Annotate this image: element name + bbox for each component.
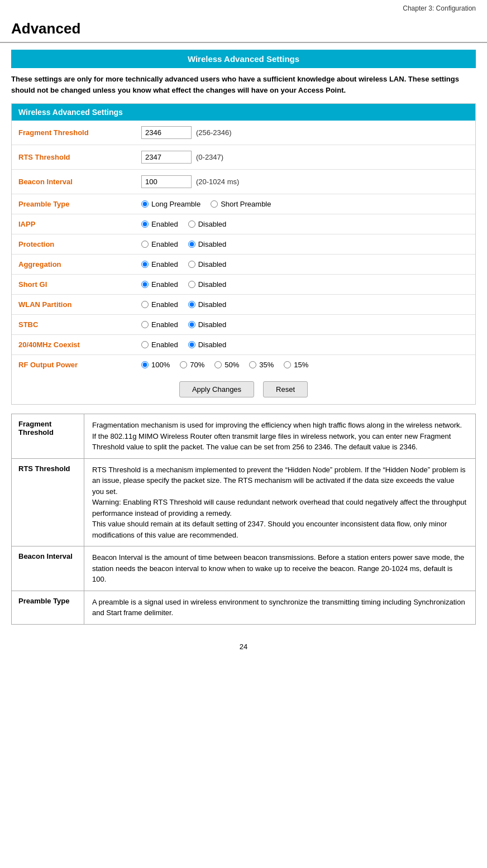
settings-row: IAPPEnabledDisabled (12, 214, 475, 234)
radio-option-5-0[interactable]: Enabled (141, 240, 178, 248)
radio-input-4-1[interactable] (188, 220, 195, 228)
setting-value-0[interactable]: (256-2346) (135, 121, 475, 145)
settings-row: WLAN PartitionEnabledDisabled (12, 295, 475, 315)
radio-label-5-1: Disabled (198, 240, 227, 248)
chapter-header: Chapter 3: Configuration (0, 0, 487, 15)
desc-value-3: A preamble is a signal used in wireless … (84, 591, 476, 624)
radio-input-3-0[interactable] (141, 200, 149, 208)
desc-row-1: RTS ThresholdRTS Threshold is a mechanis… (12, 458, 476, 546)
radio-label-3-1: Short Preamble (221, 200, 271, 208)
panel-header: Wireless Advanced Settings (11, 50, 476, 68)
desc-label-2: Beacon Interval (12, 546, 84, 591)
desc-row-2: Beacon IntervalBeacon Interval is the am… (12, 546, 476, 591)
radio-option-6-1[interactable]: Disabled (188, 260, 227, 268)
radio-option-11-3[interactable]: 35% (249, 361, 274, 369)
radio-option-3-1[interactable]: Short Preamble (211, 200, 271, 208)
settings-row: Beacon Interval(20-1024 ms) (12, 170, 475, 194)
radio-input-6-1[interactable] (188, 261, 195, 268)
radio-option-6-0[interactable]: Enabled (141, 260, 178, 268)
setting-value-1[interactable]: (0-2347) (135, 145, 475, 170)
radio-input-5-1[interactable] (188, 241, 195, 248)
setting-label-7: Short GI (12, 275, 135, 295)
radio-option-3-0[interactable]: Long Preamble (141, 200, 200, 208)
radio-group-10: EnabledDisabled (141, 341, 469, 349)
radio-input-11-3[interactable] (249, 361, 256, 368)
reset-button[interactable]: Reset (263, 381, 308, 397)
radio-option-4-0[interactable]: Enabled (141, 220, 178, 228)
radio-input-11-4[interactable] (284, 361, 291, 368)
radio-input-11-1[interactable] (180, 361, 187, 368)
radio-label-4-0: Enabled (151, 220, 178, 228)
radio-option-11-1[interactable]: 70% (180, 361, 204, 369)
radio-option-7-1[interactable]: Disabled (188, 280, 227, 289)
radio-option-4-1[interactable]: Disabled (188, 220, 227, 228)
apply-button[interactable]: Apply Changes (179, 381, 254, 397)
radio-option-11-4[interactable]: 15% (284, 361, 308, 369)
setting-input-2[interactable] (141, 175, 192, 188)
desc-label-3: Preamble Type (12, 591, 84, 624)
radio-input-8-0[interactable] (141, 301, 149, 308)
setting-value-4: EnabledDisabled (135, 214, 475, 234)
radio-label-11-0: 100% (151, 361, 170, 369)
radio-label-4-1: Disabled (198, 220, 227, 228)
desc-value-2: Beacon Interval is the amount of time be… (84, 546, 476, 591)
radio-label-10-1: Disabled (198, 341, 227, 349)
radio-group-7: EnabledDisabled (141, 280, 469, 289)
setting-label-8: WLAN Partition (12, 295, 135, 315)
radio-input-9-1[interactable] (188, 321, 195, 328)
desc-row-3: Preamble TypeA preamble is a signal used… (12, 591, 476, 624)
radio-group-11: 100%70%50%35%15% (141, 361, 469, 369)
setting-value-2[interactable]: (20-1024 ms) (135, 170, 475, 194)
radio-option-9-0[interactable]: Enabled (141, 320, 178, 329)
radio-input-9-0[interactable] (141, 321, 149, 328)
radio-option-10-1[interactable]: Disabled (188, 341, 227, 349)
desc-label-1: RTS Threshold (12, 458, 84, 546)
main-content: Wireless Advanced Settings These setting… (0, 50, 487, 625)
radio-input-7-0[interactable] (141, 281, 149, 288)
radio-group-8: EnabledDisabled (141, 300, 469, 309)
radio-label-7-1: Disabled (198, 280, 227, 289)
radio-option-8-1[interactable]: Disabled (188, 300, 227, 309)
button-row: Apply Changes Reset (12, 375, 475, 404)
radio-input-3-1[interactable] (211, 200, 218, 208)
settings-row: RF Output Power100%70%50%35%15% (12, 355, 475, 375)
radio-input-10-1[interactable] (188, 341, 195, 348)
radio-option-11-2[interactable]: 50% (214, 361, 239, 369)
radio-label-7-0: Enabled (151, 280, 178, 289)
radio-label-10-0: Enabled (151, 341, 178, 349)
radio-input-7-1[interactable] (188, 281, 195, 288)
radio-group-9: EnabledDisabled (141, 320, 469, 329)
radio-group-6: EnabledDisabled (141, 260, 469, 268)
desc-label-0: FragmentThreshold (12, 414, 84, 459)
radio-group-3: Long PreambleShort Preamble (141, 200, 469, 208)
setting-label-9: STBC (12, 315, 135, 335)
radio-input-11-2[interactable] (214, 361, 222, 368)
setting-value-5: EnabledDisabled (135, 234, 475, 255)
radio-label-9-1: Disabled (198, 320, 227, 329)
radio-label-8-1: Disabled (198, 300, 227, 309)
setting-value-10: EnabledDisabled (135, 335, 475, 355)
radio-option-8-0[interactable]: Enabled (141, 300, 178, 309)
settings-row: Fragment Threshold(256-2346) (12, 121, 475, 145)
desc-value-1: RTS Threshold is a mechanism implemented… (84, 458, 476, 546)
radio-input-8-1[interactable] (188, 301, 195, 308)
setting-input-1[interactable] (141, 151, 192, 164)
radio-option-5-1[interactable]: Disabled (188, 240, 227, 248)
radio-input-10-0[interactable] (141, 341, 149, 348)
radio-input-11-0[interactable] (141, 361, 149, 368)
radio-label-8-0: Enabled (151, 300, 178, 309)
radio-option-7-0[interactable]: Enabled (141, 280, 178, 289)
radio-input-5-0[interactable] (141, 241, 149, 248)
setting-input-0[interactable] (141, 126, 192, 139)
setting-label-0: Fragment Threshold (12, 121, 135, 145)
radio-option-9-1[interactable]: Disabled (188, 320, 227, 329)
settings-row: STBCEnabledDisabled (12, 315, 475, 335)
radio-label-9-0: Enabled (151, 320, 178, 329)
radio-input-6-0[interactable] (141, 261, 149, 268)
description-table: FragmentThresholdFragmentation mechanism… (11, 414, 476, 625)
setting-value-7: EnabledDisabled (135, 275, 475, 295)
radio-option-10-0[interactable]: Enabled (141, 341, 178, 349)
radio-label-11-1: 70% (190, 361, 204, 369)
radio-input-4-0[interactable] (141, 220, 149, 228)
radio-option-11-0[interactable]: 100% (141, 361, 170, 369)
